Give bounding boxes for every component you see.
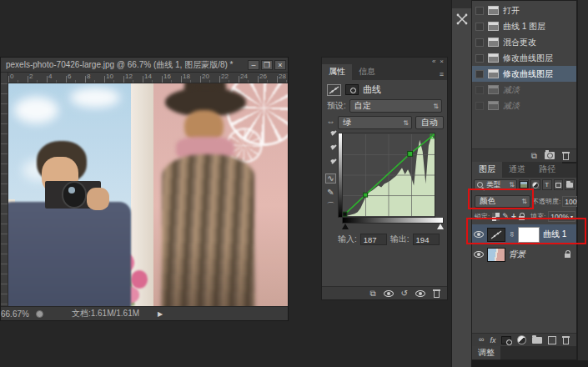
status-menu-arrow[interactable]: ▶ xyxy=(158,310,163,318)
tab-channels[interactable]: 通道 xyxy=(502,162,532,178)
layer-mask-icon[interactable] xyxy=(345,84,359,95)
cross-tools-icon[interactable] xyxy=(455,13,469,26)
ruler-label: 22 xyxy=(221,73,229,80)
lock-position-icon[interactable]: + xyxy=(511,213,516,221)
lock-all-icon[interactable] xyxy=(519,213,525,221)
input-label: 输入: xyxy=(338,234,357,245)
history-brush-checkbox[interactable] xyxy=(475,23,484,31)
layer-row-background[interactable]: 背景 xyxy=(472,244,576,264)
input-value-field[interactable]: 187 xyxy=(360,234,387,245)
ruler-label: 2 xyxy=(29,73,33,80)
adjustments-panel-bar: 调整 xyxy=(472,346,576,359)
mask-link-icon[interactable]: ∞ xyxy=(508,232,516,238)
history-item[interactable]: 减淡 xyxy=(472,98,576,113)
add-mask-icon[interactable] xyxy=(501,336,511,344)
history-item[interactable]: 曲线 1 图层 xyxy=(472,18,576,34)
filter-type-select[interactable]: 类型 ⇅ xyxy=(474,179,517,190)
history-item[interactable]: 减淡 xyxy=(472,82,576,98)
black-input-slider[interactable] xyxy=(342,224,349,229)
filter-smart-objects-button[interactable] xyxy=(565,179,575,190)
ruler-label: 20 xyxy=(202,73,209,80)
filter-pixel-layers-button[interactable] xyxy=(519,179,529,190)
history-item[interactable]: 混合更改 xyxy=(472,34,576,50)
tab-layers[interactable]: 图层 xyxy=(472,162,502,178)
layer-row-curves[interactable]: ∞ 曲线 1 xyxy=(472,224,576,244)
history-brush-checkbox[interactable] xyxy=(475,54,484,63)
auto-button[interactable]: 自动 xyxy=(415,116,444,129)
link-layers-icon[interactable]: ∞ xyxy=(479,336,484,344)
history-brush-checkbox[interactable] xyxy=(475,70,484,78)
layer-visibility-eye-icon[interactable] xyxy=(474,231,484,238)
history-brush-checkbox[interactable] xyxy=(475,102,484,110)
previous-state-eye-icon[interactable] xyxy=(384,290,394,297)
new-group-icon[interactable] xyxy=(532,337,542,344)
curves-layer-thumbnail[interactable] xyxy=(487,228,505,242)
delete-layer-icon[interactable] xyxy=(562,336,570,344)
close-button[interactable]: × xyxy=(274,60,286,70)
clip-to-layer-icon[interactable]: ⧉ xyxy=(369,289,375,298)
output-value-field[interactable]: 194 xyxy=(413,234,440,245)
ruler-label: 0 xyxy=(10,73,13,80)
new-adjustment-layer-icon[interactable] xyxy=(517,335,526,344)
restore-button[interactable]: ❐ xyxy=(261,60,273,70)
new-layer-icon[interactable] xyxy=(548,336,556,344)
toggle-visibility-eye-icon[interactable] xyxy=(415,290,425,297)
updown-arrows-icon: ⇅ xyxy=(518,198,527,205)
minimize-button[interactable]: – xyxy=(248,60,259,70)
targeted-adjustment-icon[interactable]: ⇔ xyxy=(327,118,335,126)
smooth-curve-icon[interactable]: ⌒ xyxy=(327,202,335,210)
ruler-label: 14 xyxy=(144,73,152,80)
tab-adjustments[interactable]: 调整 xyxy=(472,346,500,359)
new-snapshot-camera-icon[interactable] xyxy=(545,152,555,159)
panel-menu-icon[interactable]: ≡ xyxy=(436,70,447,80)
history-item-label: 减淡 xyxy=(503,100,520,112)
new-document-from-state-icon[interactable]: ⧉ xyxy=(531,152,537,160)
reset-adjustment-icon[interactable]: ↺ xyxy=(401,289,408,298)
history-brush-checkbox[interactable] xyxy=(475,38,484,47)
delete-state-icon[interactable] xyxy=(562,152,570,160)
zoom-level-field[interactable]: 66.67% xyxy=(1,309,29,319)
layer-mask-thumbnail[interactable] xyxy=(518,227,540,243)
photoshop-app: pexels-photo-70426-large.jpg @ 66.7% (曲线… xyxy=(0,0,588,367)
edit-points-icon[interactable]: ∿ xyxy=(325,173,335,184)
delete-adjustment-icon[interactable] xyxy=(433,289,440,298)
tab-info[interactable]: 信息 xyxy=(352,64,382,80)
preset-select[interactable]: 自定 ⇅ xyxy=(349,99,442,113)
canvas[interactable] xyxy=(8,83,288,306)
tab-paths[interactable]: 路径 xyxy=(532,162,562,178)
status-icon xyxy=(36,310,43,318)
history-item[interactable]: 修改曲线图层 xyxy=(472,66,576,82)
black-point-eyedropper-icon[interactable] xyxy=(326,131,335,140)
gray-point-eyedropper-icon[interactable] xyxy=(326,145,335,154)
blend-mode-select[interactable]: 颜色 ⇅ xyxy=(475,195,530,208)
history-item[interactable]: 打开 xyxy=(472,3,576,18)
history-state-icon xyxy=(488,69,499,78)
filter-adjustment-layers-button[interactable] xyxy=(530,179,540,190)
white-point-eyedropper-icon[interactable] xyxy=(326,159,335,168)
close-panel-icon[interactable]: × xyxy=(440,58,444,65)
layer-name[interactable]: 曲线 1 xyxy=(543,229,566,240)
fill-field[interactable]: 100% ▾ xyxy=(548,211,575,222)
channel-select[interactable]: 绿 ⇅ xyxy=(338,116,412,129)
opacity-label: 不透明度: xyxy=(532,197,560,206)
tab-properties[interactable]: 属性 xyxy=(322,64,352,80)
history-brush-checkbox[interactable] xyxy=(475,7,484,15)
lock-paint-icon[interactable]: ✎ xyxy=(502,213,509,220)
status-bar: 66.67% 文档:1.61M/1.61M ▶ xyxy=(1,306,288,320)
history-state-icon xyxy=(488,38,499,47)
layer-visibility-eye-icon[interactable] xyxy=(474,251,484,258)
filter-shape-layers-button[interactable] xyxy=(554,179,564,190)
filter-type-layers-button[interactable]: T xyxy=(542,179,552,190)
history-item[interactable]: 修改曲线图层 xyxy=(472,50,576,66)
layer-style-fx-icon[interactable]: fx xyxy=(490,336,495,344)
layer-name[interactable]: 背景 xyxy=(509,249,525,260)
lock-transparency-icon[interactable] xyxy=(492,213,500,221)
background-layer-thumbnail[interactable] xyxy=(487,248,505,262)
curves-graph[interactable] xyxy=(342,133,435,218)
history-brush-checkbox[interactable] xyxy=(475,86,484,94)
draw-curve-pencil-icon[interactable]: ✎ xyxy=(327,189,334,197)
white-input-slider[interactable] xyxy=(437,224,444,229)
document-titlebar[interactable]: pexels-photo-70426-large.jpg @ 66.7% (曲线… xyxy=(1,58,288,73)
shape-icon xyxy=(555,183,561,188)
collapse-panels-icon[interactable]: « xyxy=(432,58,435,65)
